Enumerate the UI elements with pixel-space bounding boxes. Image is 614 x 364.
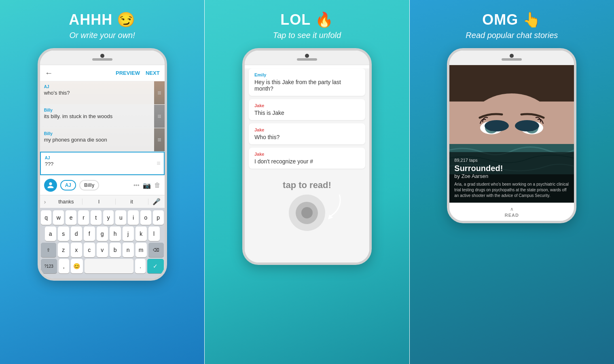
story-sender-1: Jake (254, 103, 360, 108)
story-msg-3[interactable]: Jake I don't recognize your # (249, 148, 365, 169)
story-text-0: Hey is this Jake from the party last mon… (254, 79, 360, 92)
drag-handle-1[interactable]: ≡ (154, 105, 164, 128)
camera-icon[interactable]: 📷 (143, 182, 151, 189)
key-emoji[interactable]: 😊 (71, 259, 83, 273)
preview-button[interactable]: PREVIEW (116, 70, 140, 76)
message-row-1[interactable]: Billy its billy. im stuck in the woods ≡ (40, 105, 165, 128)
key-e[interactable]: e (66, 210, 76, 225)
key-w[interactable]: w (53, 210, 64, 225)
key-y[interactable]: y (103, 210, 114, 225)
panel-1-subtitle: Or write your own! (69, 31, 136, 40)
add-character-button[interactable] (44, 179, 57, 192)
key-b[interactable]: b (110, 243, 121, 257)
key-x[interactable]: x (71, 243, 82, 257)
keyboard: q w e r t y u i o p a s d f g h j k l (40, 208, 165, 278)
key-s[interactable]: s (58, 226, 69, 241)
tap-arrow (321, 190, 345, 223)
key-l[interactable]: l (148, 226, 160, 241)
key-o[interactable]: o (140, 210, 151, 225)
key-k[interactable]: k (136, 226, 147, 241)
key-t[interactable]: t (91, 210, 102, 225)
chat-editor: AJ who's this? ≡ Billy its billy. im stu… (40, 81, 165, 175)
trash-icon[interactable]: 🗑 (154, 182, 161, 189)
panel-2-title: LOL 🔥 (273, 11, 341, 28)
msg-sender-1: Billy (44, 108, 150, 112)
phone-top-bar-3 (449, 51, 574, 65)
key-p[interactable]: p (153, 210, 164, 225)
key-q[interactable]: q (41, 210, 52, 225)
autocomplete-expand[interactable]: › (40, 199, 50, 205)
key-m[interactable]: m (136, 243, 147, 257)
next-button[interactable]: NEXT (146, 70, 160, 76)
key-num[interactable]: ?123 (41, 259, 57, 273)
key-delete[interactable]: ⌫ (148, 243, 164, 257)
msg-text-3: ??? (45, 161, 150, 167)
more-options[interactable]: ••• (133, 182, 140, 188)
read-label[interactable]: READ (505, 213, 519, 218)
svg-point-9 (525, 122, 538, 133)
drag-handle-3[interactable]: ≡ (153, 152, 163, 174)
svg-point-11 (533, 125, 535, 127)
key-period[interactable]: . (135, 259, 146, 273)
story-msg-2[interactable]: Jake Who this? (249, 123, 365, 144)
story-msg-1[interactable]: Jake This is Jake (249, 99, 365, 120)
message-row-3[interactable]: AJ ??? ≡ (40, 152, 165, 175)
svg-point-10 (529, 125, 535, 131)
autocomplete-word-0[interactable]: thanks (50, 199, 83, 205)
phone-speaker-2 (297, 58, 317, 61)
key-a[interactable]: a (45, 226, 56, 241)
tap-circle[interactable] (289, 195, 325, 231)
back-button[interactable]: ← (45, 68, 53, 78)
keyboard-row-3: ?123 , 😊 . ✓ (41, 259, 164, 273)
keyboard-row-0: q w e r t y u i o p (41, 210, 164, 225)
key-shift[interactable]: ⇧ (41, 243, 56, 257)
phone-speaker-1 (92, 58, 112, 61)
autocomplete-word-2[interactable]: it (116, 199, 148, 205)
key-r[interactable]: r (78, 210, 89, 225)
story-description: Aria, a grad student who's been working … (454, 182, 569, 199)
message-row-2[interactable]: Billy my phones gonna die soon ≡ (40, 128, 165, 152)
key-d[interactable]: d (71, 226, 82, 241)
message-row-0[interactable]: AJ who's this? ≡ (40, 81, 165, 105)
msg-content-0: AJ who's this? (40, 81, 155, 104)
key-i[interactable]: i (128, 210, 139, 225)
story-author: by Zoe Aarsen (454, 173, 569, 179)
key-g[interactable]: g (97, 226, 108, 241)
char-btn-billy[interactable]: Billy (79, 180, 99, 190)
story-msg-0[interactable]: Emily Hey is this Jake from the party la… (249, 68, 365, 96)
phone-camera-2 (305, 54, 309, 58)
story-sender-2: Jake (254, 127, 360, 132)
microphone-icon[interactable]: 🎤 (148, 198, 165, 205)
drag-handle-0[interactable]: ≡ (154, 81, 164, 104)
story-sender-3: Jake (254, 152, 360, 157)
key-z[interactable]: z (58, 243, 69, 257)
story-text-1: This is Jake (254, 110, 360, 116)
nav-actions: PREVIEW NEXT (116, 70, 160, 76)
read-chevron-icon: ∧ (510, 206, 514, 212)
msg-content-3: AJ ??? (41, 152, 154, 174)
read-bar[interactable]: ∧ READ (449, 203, 574, 221)
key-space[interactable] (85, 259, 134, 273)
phone-frame-3: 89,217 taps Surrounded! by Zoe Aarsen Ar… (447, 48, 576, 223)
key-comma[interactable]: , (59, 259, 69, 273)
key-n[interactable]: n (123, 243, 134, 257)
key-v[interactable]: v (97, 243, 108, 257)
autocomplete-word-1[interactable]: I (83, 199, 115, 205)
phone-top-bar-2 (245, 51, 369, 65)
tap-to-read[interactable]: tap to read! (245, 172, 369, 239)
drag-handle-2[interactable]: ≡ (154, 128, 164, 151)
key-return[interactable]: ✓ (147, 259, 164, 273)
key-u[interactable]: u (115, 210, 126, 225)
panel-1-header: AHHH 😏 Or write your own! (61, 0, 144, 48)
tap-circle-inner (296, 202, 318, 224)
panel-lol: LOL 🔥 Tap to see it unfold Emily Hey is … (205, 0, 409, 364)
key-f[interactable]: f (84, 226, 95, 241)
key-c[interactable]: c (84, 243, 95, 257)
msg-sender-0: AJ (44, 85, 150, 89)
char-btn-aj[interactable]: AJ (60, 180, 76, 190)
story-text-3: I don't recognize your # (254, 158, 360, 165)
key-j[interactable]: j (123, 226, 134, 241)
autocomplete-bar: › thanks I it 🎤 (40, 195, 165, 208)
story-sender-0: Emily (254, 72, 360, 77)
key-h[interactable]: h (110, 226, 121, 241)
